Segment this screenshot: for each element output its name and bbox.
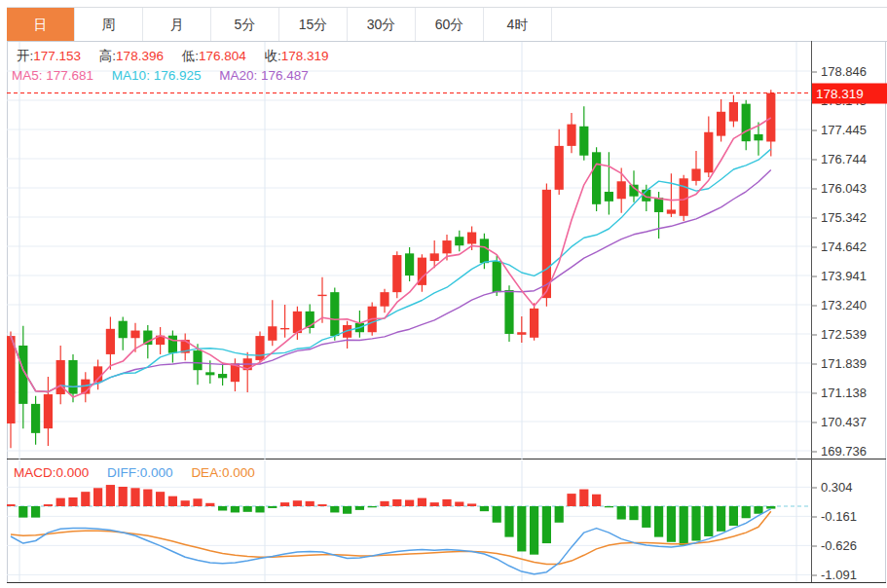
macd-bar-positive [119, 487, 128, 506]
macd-bar-positive [130, 488, 139, 506]
price-axis-label: 178.846 [811, 64, 867, 79]
macd-bar-positive [106, 485, 115, 506]
high-label: 高: [99, 49, 116, 63]
macd-bar-positive [56, 498, 65, 506]
macd-bar-positive [392, 499, 401, 506]
candle-up [317, 295, 326, 296]
candle-up [392, 255, 401, 292]
macd-bar-positive [156, 492, 165, 506]
macd-bar-positive [168, 496, 177, 506]
candle-down [742, 104, 751, 142]
macd-bar-negative [617, 506, 626, 520]
macd-bar-positive [280, 502, 289, 506]
ma10-value: 176.925 [154, 68, 202, 83]
macd-bar-positive [405, 500, 414, 506]
candle-down [455, 237, 463, 245]
candle-down [193, 350, 202, 370]
candle-up [691, 168, 700, 180]
candle-down [405, 253, 414, 276]
candle-up [667, 209, 676, 213]
candle-down [218, 374, 227, 378]
candle-up [567, 125, 575, 146]
diff-value: 0.000 [140, 465, 173, 480]
candle-up [430, 253, 439, 261]
candle-up [380, 292, 388, 307]
candle-up [268, 326, 277, 341]
ma5-value: 177.681 [46, 68, 93, 83]
macd-bar-negative [493, 506, 501, 523]
macd-bar-positive [442, 499, 451, 506]
price-axis-label: 177.445 [811, 123, 867, 137]
macd-bar-positive [81, 492, 90, 506]
price-axis-label: 174.642 [811, 239, 867, 254]
macd-label: MACD: [14, 465, 56, 480]
candlestick-chart-canvas[interactable] [7, 42, 811, 459]
macd-bar-positive [579, 490, 588, 506]
candle-up [555, 146, 564, 190]
macd-bar-negative [355, 506, 364, 510]
macd-bar-positive [418, 498, 426, 506]
high-value: 178.396 [116, 49, 164, 63]
candle-up [766, 93, 775, 142]
price-axis-label: 176.043 [811, 181, 867, 196]
tab-60min[interactable]: 60分 [416, 8, 484, 42]
candle-down [493, 261, 501, 292]
tab-15min[interactable]: 15分 [279, 8, 348, 42]
macd-bar-positive [293, 500, 302, 506]
price-axis-label: 171.138 [811, 386, 867, 400]
candle-up [255, 336, 264, 360]
ma5-label: MA5: [12, 68, 43, 83]
tab-day[interactable]: 日 [7, 8, 75, 42]
ma10-label: MA10: [112, 68, 150, 83]
macd-bar-negative [754, 506, 762, 514]
macd-bar-negative [729, 506, 738, 526]
macd-bar-positive [68, 497, 77, 506]
candle-down [605, 192, 613, 202]
ma-readout: MA5: 177.681 MA10: 176.925 MA20: 176.487 [12, 68, 309, 83]
candle-down [480, 239, 489, 263]
macd-bar-positive [567, 494, 575, 506]
close-value: 178.319 [281, 49, 329, 63]
candle-down [68, 360, 77, 394]
macd-bar-positive [143, 490, 152, 506]
macd-bar-positive [205, 503, 214, 506]
macd-bar-negative [255, 506, 264, 512]
ma20-value: 176.487 [261, 68, 309, 83]
tab-month[interactable]: 月 [143, 8, 211, 42]
chart-bottom-border [7, 582, 886, 583]
price-axis-label: 169.736 [811, 444, 867, 459]
macd-bar-negative [504, 506, 513, 537]
macd-readout: MACD:0.000 DIFF:0.000 DEA:0.000 [14, 465, 255, 480]
price-axis-label: 172.539 [811, 327, 867, 342]
tab-4hour[interactable]: 4时 [484, 8, 552, 42]
period-tabbar: 日 周 月 5分 15分 30分 60分 4时 [7, 7, 887, 42]
macd-bar-negative [243, 506, 252, 512]
trading-chart-app: { "tabs": { "items": [ {"label": "日", "a… [0, 0, 887, 588]
candle-up [517, 332, 526, 335]
macd-bar-positive [592, 495, 601, 506]
macd-bar-negative [330, 506, 339, 512]
candle-down [579, 127, 588, 156]
macd-axis-label: -1.091 [811, 568, 857, 582]
low-value: 176.804 [199, 49, 246, 63]
tab-30min[interactable]: 30分 [348, 8, 416, 42]
candle-up [680, 178, 688, 216]
tab-week[interactable]: 周 [75, 8, 143, 42]
tab-5min[interactable]: 5分 [211, 8, 279, 42]
macd-bar-negative [642, 506, 650, 528]
ma10-line [11, 149, 771, 391]
open-value: 177.153 [33, 49, 81, 63]
candle-down [168, 336, 177, 353]
ma20-label: MA20: [219, 68, 257, 83]
candle-up [106, 329, 115, 354]
candle-up [442, 240, 451, 253]
candle-down [504, 290, 513, 334]
macd-bar-positive [430, 502, 439, 506]
candle-down [654, 198, 663, 212]
macd-bar-positive [193, 498, 202, 506]
open-label: 开: [17, 49, 33, 63]
candle-up [467, 233, 476, 244]
candle-down [330, 292, 339, 336]
candle-up [280, 328, 289, 329]
diff-label: DIFF: [107, 465, 140, 480]
